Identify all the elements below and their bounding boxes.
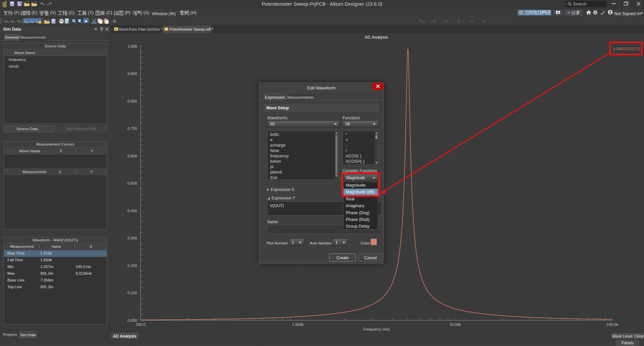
svg-text:0.000: 0.000: [127, 318, 137, 322]
svg-text:0.700: 0.700: [127, 126, 137, 130]
svg-text:0.200: 0.200: [127, 264, 137, 268]
svg-text:AC Analysis: AC Analysis: [365, 35, 388, 40]
svg-text:−: −: [14, 20, 16, 24]
svg-text:10.00k: 10.00k: [449, 322, 461, 326]
svg-text:+: +: [7, 20, 9, 24]
svg-text:+: +: [27, 21, 29, 24]
svg-text:0.300: 0.300: [127, 236, 137, 240]
svg-text:0.600: 0.600: [127, 154, 137, 158]
svg-text:100.0k: 100.0k: [607, 322, 618, 326]
svg-text:0.400: 0.400: [127, 209, 137, 213]
svg-text:1.000: 1.000: [127, 44, 137, 48]
svg-text:0.900: 0.900: [127, 72, 137, 76]
svg-text:0.500: 0.500: [127, 181, 137, 185]
svg-text:−: −: [33, 21, 35, 24]
svg-text:100.0: 100.0: [136, 322, 146, 326]
svg-text:1.000k: 1.000k: [292, 322, 304, 326]
svg-text:Frequency (Hz): Frequency (Hz): [363, 327, 390, 331]
svg-text:0.100: 0.100: [127, 291, 137, 295]
svg-text:0.800: 0.800: [127, 99, 137, 103]
